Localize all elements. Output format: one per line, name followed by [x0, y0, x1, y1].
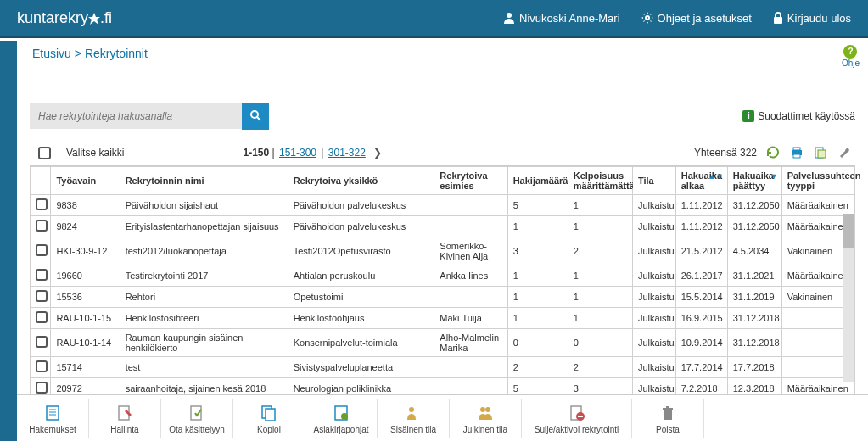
col-paattyy[interactable]: Hakuaika päättyy▼ [727, 167, 781, 195]
user-icon [503, 12, 515, 24]
toolbar-poista[interactable]: Poista [632, 399, 704, 438]
table-row[interactable]: 15536RehtoriOpetustoimi11Julkaistu15.5.2… [31, 287, 855, 308]
cell-alkaa: 17.7.2014 [675, 357, 727, 378]
page-next-icon[interactable]: ❯ [370, 147, 381, 159]
cell-hakija: 0 [507, 329, 568, 357]
svg-point-3 [251, 111, 258, 118]
print-icon[interactable] [789, 145, 804, 160]
cell-hakija: 2 [507, 357, 568, 378]
logout-label: Kirjaudu ulos [787, 12, 851, 25]
toolbar-kopioi[interactable]: Kopioi [233, 399, 305, 438]
col-tyoavain[interactable]: Työavain [51, 167, 120, 195]
col-yksikko[interactable]: Rekrytoiva yksikkö [288, 167, 434, 195]
filter-active-note[interactable]: i Suodattimet käytössä [742, 110, 855, 122]
left-rail [0, 41, 17, 441]
table-row[interactable]: 9838Päivähoidon sijaishautPäivähoidon pa… [31, 195, 855, 216]
col-alkaa[interactable]: Hakuaika alkaa▲▼ [675, 167, 727, 195]
toolbar-hallinta[interactable]: Hallinta [89, 399, 161, 438]
breadcrumb-home[interactable]: Etusivu [32, 47, 71, 60]
row-checkbox[interactable] [36, 290, 48, 302]
toolbar-asiakirja[interactable]: Asiakirjapohjat [305, 399, 378, 438]
table-row[interactable]: 9824Erityislastentarhanopettajan sijaisu… [31, 216, 855, 237]
scrollbar-thumb[interactable] [843, 214, 854, 248]
cell-tyoavain: HKI-30-9-12 [51, 237, 120, 265]
svg-point-21 [480, 407, 485, 412]
cell-hakija: 1 [507, 216, 568, 237]
toolbar-label: Kopioi [257, 425, 281, 434]
table-row[interactable]: RAU-10-1-15HenkilöstösihteeriHenkilöstöo… [31, 308, 855, 329]
toolbar-sisainen[interactable]: Sisäinen tila [378, 399, 450, 438]
settings-wrench-icon[interactable] [837, 145, 852, 160]
col-kelpoisuus[interactable]: Kelpoisuus määrittämättä [568, 167, 632, 195]
toolbar-sulje[interactable]: Sulje/aktivoi rekrytointi [522, 399, 632, 438]
row-checkbox[interactable] [36, 244, 48, 256]
col-hakija[interactable]: Hakijamäärä [507, 167, 568, 195]
cell-yksikko: Opetustoimi [288, 287, 434, 308]
row-checkbox[interactable] [36, 336, 48, 348]
toolbar-label: Sulje/aktivoi rekrytointi [535, 425, 619, 434]
svg-rect-7 [793, 154, 800, 158]
cell-tyoavain: 9838 [51, 195, 120, 216]
row-checkbox[interactable] [36, 220, 48, 232]
cell-tila: Julkaistu [632, 237, 675, 265]
toolbar-ota[interactable]: Ota käsittelyyn [161, 399, 233, 438]
svg-point-20 [409, 407, 414, 412]
search-icon [249, 109, 261, 121]
asiakirja-icon [305, 403, 377, 423]
cell-paattyy: 4.5.2034 [727, 237, 781, 265]
cell-hakija: 1 [507, 287, 568, 308]
row-checkbox[interactable] [36, 360, 48, 372]
export-icon[interactable] [813, 145, 828, 160]
help-button[interactable]: ? Ohje [842, 45, 860, 68]
svg-point-19 [341, 413, 348, 420]
user-menu[interactable]: Nivukoski Anne-Mari [503, 12, 620, 25]
cell-alkaa: 1.11.2012 [675, 195, 727, 216]
table-row[interactable]: HKI-30-9-12testi2012/luokanopettajaTesti… [31, 237, 855, 265]
row-checkbox[interactable] [36, 311, 48, 323]
toolbar-hakemukset[interactable]: Hakemukset [17, 399, 89, 438]
cell-hakija: 1 [507, 308, 568, 329]
col-nimi[interactable]: Rekrytoinnin nimi [120, 167, 288, 195]
breadcrumb-current: Rekrytoinnit [85, 47, 148, 60]
cell-yksikko: Päivähoidon palvelukeskus [288, 195, 434, 216]
help-label: Ohje [842, 59, 860, 68]
table-row[interactable]: RAU-10-1-14Rauman kaupungin sisäinen hen… [31, 329, 855, 357]
table-header-row: Työavain Rekrytoinnin nimi Rekrytoiva yk… [31, 167, 855, 195]
select-all-checkbox[interactable] [38, 147, 51, 159]
cell-tila: Julkaistu [632, 357, 675, 378]
cell-paattyy: 17.7.2018 [727, 357, 781, 378]
toolbar-label: Sisäinen tila [390, 425, 436, 434]
cell-esimies: Somerikko-Kivinen Aija [434, 237, 507, 265]
table-row[interactable]: 19660Testirekrytointi 2017Ahtialan perus… [31, 265, 855, 287]
col-tila[interactable]: Tila [632, 167, 675, 195]
col-tyyppi[interactable]: Palvelussuhteen tyyppi [781, 167, 854, 195]
logo[interactable]: kuntarekry.fi [17, 9, 482, 27]
cell-nimi: Testirekrytointi 2017 [120, 265, 288, 287]
settings-link[interactable]: Ohjeet ja asetukset [641, 12, 752, 25]
refresh-icon[interactable] [765, 145, 781, 160]
col-esimies[interactable]: Rekrytoiva esimies [434, 167, 507, 195]
info-icon: i [742, 110, 754, 122]
julkinen-icon [450, 403, 521, 423]
toolbar-julkinen[interactable]: Julkinen tila [450, 399, 522, 438]
row-checkbox[interactable] [36, 198, 48, 210]
table-row[interactable]: 15714testSivistyspalveluplaneetta22Julka… [31, 357, 855, 378]
row-checkbox[interactable] [36, 269, 48, 281]
table-scrollbar[interactable] [843, 214, 854, 382]
cell-yksikko: Henkilöstöohjaus [288, 308, 434, 329]
sulje-icon [522, 403, 631, 423]
cell-kelpoisuus: 2 [568, 357, 632, 378]
search-input[interactable] [30, 103, 242, 129]
row-checkbox[interactable] [36, 382, 48, 394]
hallinta-icon [89, 403, 160, 423]
page-link-2[interactable]: 151-300 [279, 147, 316, 159]
page-link-3[interactable]: 301-322 [328, 147, 366, 159]
cell-alkaa: 15.5.2014 [675, 287, 727, 308]
cell-esimies: Alho-Malmelin Marika [434, 329, 507, 357]
search-button[interactable] [242, 103, 269, 130]
total-count: Yhteensä 322 [694, 147, 757, 159]
svg-point-0 [507, 13, 512, 18]
cell-nimi: Päivähoidon sijaishaut [120, 195, 288, 216]
logout-link[interactable]: Kirjaudu ulos [773, 12, 851, 25]
cell-nimi: Erityislastentarhanopettajan sijaisuus [120, 216, 288, 237]
